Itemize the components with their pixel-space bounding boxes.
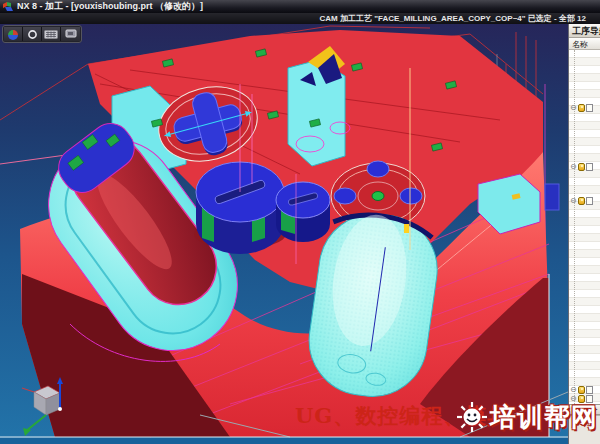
collapse-icon[interactable]: ⊖ bbox=[570, 104, 577, 112]
navigator-item[interactable]: ⊖ bbox=[570, 385, 593, 394]
floating-toolbar bbox=[2, 25, 82, 43]
operation-navigator-panel[interactable]: 工序导航器 名称 ⊖ ⊖ ⊖ ⊖ bbox=[568, 24, 600, 444]
collapse-icon[interactable]: ⊖ bbox=[570, 197, 577, 205]
navigator-title[interactable]: 工序导航器 bbox=[569, 24, 600, 38]
navigator-item[interactable]: ⊖ bbox=[570, 162, 593, 171]
selection-status-bar: CAM 加工工艺 "FACE_MILLING_AREA_COPY_COP~4" … bbox=[0, 13, 600, 24]
sun-face-icon bbox=[456, 401, 488, 433]
operation-check-icon bbox=[586, 386, 593, 394]
operation-check-icon bbox=[586, 163, 593, 171]
operation-icon bbox=[578, 386, 585, 394]
window-display-icon[interactable] bbox=[61, 27, 80, 41]
operation-icon bbox=[578, 163, 585, 171]
keyboard-icon[interactable] bbox=[42, 27, 61, 41]
operation-check-icon bbox=[586, 104, 593, 112]
center-boss[interactable] bbox=[276, 182, 330, 242]
window-title: NX 8 - 加工 - [youxishoubing.prt （修改的）] bbox=[17, 0, 203, 13]
operation-icon bbox=[578, 197, 585, 205]
navigator-item[interactable]: ⊖ bbox=[570, 196, 593, 205]
operation-icon bbox=[578, 104, 585, 112]
selection-message: CAM 加工工艺 "FACE_MILLING_AREA_COPY_COP~4" … bbox=[319, 13, 586, 24]
snap-point-icon[interactable] bbox=[23, 27, 42, 41]
navigator-tree[interactable]: ⊖ ⊖ ⊖ ⊖ ⊖ bbox=[569, 50, 600, 404]
brand-watermark: 培训帮网 bbox=[456, 394, 600, 440]
graphics-viewport[interactable]: UG、数控编程、模具 bbox=[0, 24, 568, 444]
brand-name: 培训帮网 bbox=[490, 400, 598, 435]
shaded-display-icon[interactable] bbox=[4, 27, 23, 41]
name-column-header[interactable]: 名称 bbox=[569, 38, 600, 50]
navigator-item[interactable]: ⊖ bbox=[570, 103, 593, 112]
nx-application-window: NX 8 - 加工 - [youxishoubing.prt （修改的）] CA… bbox=[0, 0, 600, 444]
collapse-icon[interactable]: ⊖ bbox=[570, 163, 577, 171]
nx-logo-icon bbox=[3, 2, 13, 11]
cad-scene bbox=[0, 24, 568, 444]
collapse-icon[interactable]: ⊖ bbox=[570, 386, 577, 394]
operation-check-icon bbox=[586, 197, 593, 205]
title-bar[interactable]: NX 8 - 加工 - [youxishoubing.prt （修改的）] bbox=[0, 0, 600, 13]
